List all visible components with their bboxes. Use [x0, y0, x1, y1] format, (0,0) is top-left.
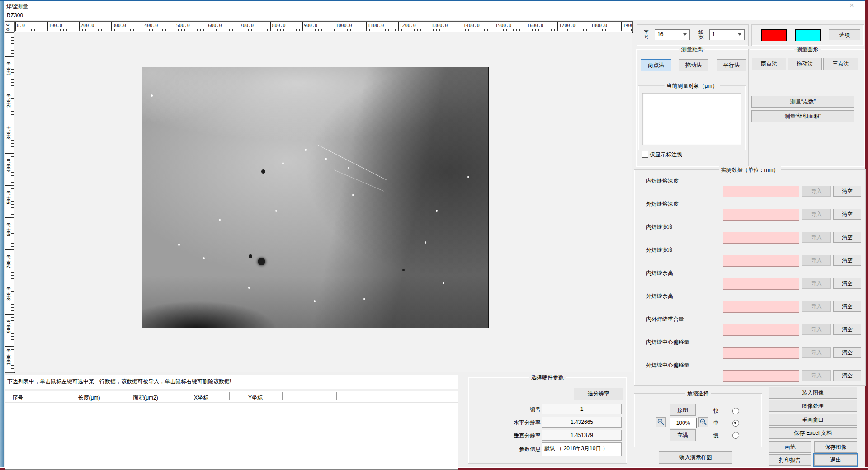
circle-two-point-button[interactable]: 两点法 [752, 58, 786, 70]
speed-fast-radio[interactable] [732, 408, 739, 414]
original-size-button[interactable]: 原图 [670, 404, 696, 416]
measured-row: 外焊缝余高 导入 清空 [634, 292, 865, 315]
col-header-index[interactable]: 序号 [12, 394, 23, 402]
distance-two-point-button[interactable]: 两点法 [641, 59, 671, 71]
measured-row: 内焊缝熔深度 导入 清空 [634, 177, 865, 200]
line-width-label: 线宽 [698, 30, 704, 40]
measured-field-label: 外焊缝中心偏移量 [646, 362, 689, 369]
current-object-title: 当前测量对象（μm） [665, 82, 720, 90]
measured-field-label: 内外焊缝重合量 [646, 315, 684, 323]
chevron-down-icon [738, 33, 741, 36]
col-header-y[interactable]: Y坐标 [248, 394, 263, 402]
zoom-in-icon[interactable] [656, 417, 666, 427]
hardware-params-group: 选择硬件参数 选分辨率 编号 1 水平分辨率 1.432665 垂直分辨率 1.… [468, 377, 627, 464]
clear-button[interactable]: 清空 [833, 255, 861, 266]
measured-value-input[interactable] [723, 347, 799, 359]
measured-value-input[interactable] [723, 278, 799, 290]
horizontal-resolution-field[interactable]: 1.432665 [542, 417, 622, 428]
zoom-select-title: 放缩选择 [685, 390, 711, 398]
vertical-resolution-field[interactable]: 1.451379 [542, 430, 622, 441]
results-table[interactable]: 序号 长度(μm) 面积(μm2) X坐标 Y坐标 [5, 391, 458, 470]
measured-value-input[interactable] [723, 209, 799, 221]
weld-specimen-image[interactable] [142, 67, 489, 328]
font-size-select[interactable]: 16 [655, 29, 690, 40]
select-resolution-button[interactable]: 选分辨率 [574, 388, 623, 400]
measure-tissue-area-button[interactable]: 测量“组织面积” [751, 110, 854, 122]
pen-button[interactable]: 画笔 [769, 441, 811, 453]
speed-slow-radio[interactable] [732, 432, 739, 439]
import-button[interactable]: 导入 [802, 209, 831, 220]
load-image-button[interactable]: 装入图像 [769, 387, 857, 399]
measured-row: 外焊缝熔深度 导入 清空 [634, 200, 865, 223]
only-marks-checkbox[interactable] [642, 151, 648, 158]
id-field[interactable]: 1 [542, 404, 622, 414]
measured-row: 内外焊缝重合量 导入 清空 [634, 315, 865, 338]
photo-specks [151, 94, 153, 97]
circle-drag-button[interactable]: 拖动法 [788, 58, 822, 70]
process-image-button[interactable]: 图像处理 [769, 400, 857, 412]
font-size-label: 字号 [643, 30, 649, 40]
distance-drag-button[interactable]: 拖动法 [679, 59, 708, 71]
distance-parallel-button[interactable]: 平行法 [717, 59, 746, 71]
param-info-field[interactable]: 默认 （ 2018年3月10日 ） [542, 442, 622, 456]
marker-vertical-top [420, 33, 420, 58]
window-edge-left [0, 0, 4, 470]
measured-value-input[interactable] [723, 324, 799, 336]
clear-button[interactable]: 清空 [833, 370, 861, 381]
measured-field-label: 内焊缝熔深度 [646, 177, 679, 185]
measured-value-input[interactable] [723, 301, 799, 313]
clear-button[interactable]: 清空 [833, 186, 861, 197]
fit-button[interactable]: 充满 [670, 429, 696, 441]
current-object-listbox[interactable] [642, 93, 741, 145]
zoom-out-icon[interactable] [698, 417, 708, 427]
speed-medium-radio[interactable] [732, 420, 739, 427]
circle-three-point-button[interactable]: 三点法 [823, 58, 858, 70]
col-header-area[interactable]: 面积(μm2) [133, 394, 158, 402]
import-button[interactable]: 导入 [802, 370, 831, 381]
field-label-vres: 垂直分辨率 [514, 432, 541, 440]
import-button[interactable]: 导入 [802, 347, 831, 358]
exit-button[interactable]: 退出 [814, 454, 857, 466]
redraw-window-button[interactable]: 重画窗口 [769, 414, 857, 426]
measured-row: 内焊缝宽度 导入 清空 [634, 223, 865, 246]
measured-row: 内焊缝余高 导入 清空 [634, 269, 865, 292]
col-header-length[interactable]: 长度(μm) [78, 394, 100, 402]
print-report-button[interactable]: 打印报告 [769, 454, 811, 466]
ruler-corner: 0.0 [5, 21, 14, 32]
measured-value-input[interactable] [723, 255, 799, 267]
import-button[interactable]: 导入 [802, 186, 831, 197]
clear-button[interactable]: 清空 [833, 232, 861, 243]
clear-button[interactable]: 清空 [833, 278, 861, 289]
measured-field-label: 外焊缝宽度 [646, 246, 673, 254]
zoom-select-group: 放缩选择 原图 100% 充满 快 中 慢 [634, 393, 762, 447]
clear-button[interactable]: 清空 [833, 324, 861, 335]
import-button[interactable]: 导入 [802, 232, 831, 243]
clear-button[interactable]: 清空 [833, 347, 861, 358]
measured-value-input[interactable] [723, 186, 799, 197]
line-width-select[interactable]: 1 [709, 29, 745, 40]
clear-button[interactable]: 清空 [833, 301, 861, 312]
measure-color-swatch-cyan[interactable] [795, 29, 821, 41]
zoom-percent-field[interactable]: 100% [670, 418, 697, 428]
measure-color-swatch-red[interactable] [761, 29, 787, 41]
hardware-params-title: 选择硬件参数 [529, 374, 566, 381]
import-button[interactable]: 导入 [802, 324, 831, 335]
import-button[interactable]: 导入 [802, 255, 831, 266]
measure-points-button[interactable]: 测量“点数” [751, 96, 854, 108]
image-viewport[interactable] [14, 32, 632, 372]
options-button[interactable]: 选项 [829, 29, 860, 40]
measured-value-input[interactable] [723, 370, 799, 382]
close-icon[interactable]: × [847, 1, 857, 9]
save-excel-button[interactable]: 保存 Excel 文档 [769, 427, 857, 439]
title-bar: 焊缝测量 × [4, 1, 865, 11]
measured-value-input[interactable] [723, 232, 799, 244]
load-demo-button[interactable]: 装入演示样图 [659, 451, 732, 464]
photo-dark-spot [402, 269, 405, 271]
clear-button[interactable]: 清空 [833, 209, 861, 220]
import-button[interactable]: 导入 [802, 301, 831, 312]
save-image-button[interactable]: 保存图像 [814, 441, 857, 453]
col-header-x[interactable]: X坐标 [194, 394, 208, 402]
import-button[interactable]: 导入 [802, 278, 831, 289]
field-label-hres: 水平分辨率 [514, 419, 541, 427]
menu-item-rz300[interactable]: RZ300 [7, 12, 23, 19]
